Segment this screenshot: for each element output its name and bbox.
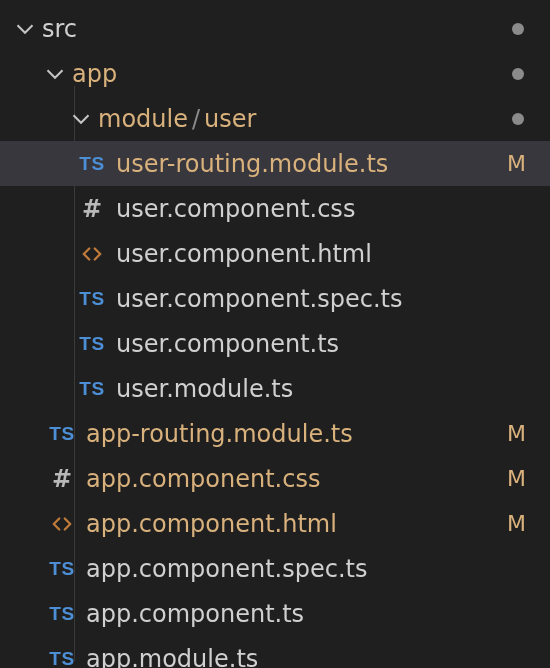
file-label: user.component.spec.ts: [116, 285, 402, 313]
file-user-routing-module-ts[interactable]: TSuser-routing.module.tsM: [0, 141, 550, 186]
html-icon: [46, 513, 78, 535]
folder-label-user: user: [204, 105, 256, 133]
file-user-component-spec-ts[interactable]: TSuser.component.spec.ts: [0, 276, 550, 321]
dirty-dot-icon: [512, 68, 524, 80]
typescript-icon: TS: [76, 288, 108, 310]
file-app-routing-module-ts[interactable]: TSapp-routing.module.tsM: [0, 411, 550, 456]
css-hash-icon: #: [46, 465, 78, 493]
file-app-module-ts[interactable]: TSapp.module.ts: [0, 636, 550, 668]
file-user-component-ts[interactable]: TSuser.component.ts: [0, 321, 550, 366]
file-user-component-html[interactable]: user.component.html: [0, 231, 550, 276]
dirty-dot-icon: [512, 23, 524, 35]
folder-label-module: module: [98, 105, 188, 133]
chevron-down-icon: [70, 108, 92, 130]
git-modified-badge: M: [507, 456, 526, 501]
path-separator: /: [192, 105, 200, 133]
chevron-down-icon: [14, 18, 36, 40]
file-label: app-routing.module.ts: [86, 420, 353, 448]
typescript-icon: TS: [46, 423, 78, 445]
typescript-icon: TS: [76, 333, 108, 355]
typescript-icon: TS: [46, 648, 78, 669]
folder-src[interactable]: src: [0, 6, 550, 51]
folder-label: src: [42, 15, 77, 43]
file-user-module-ts[interactable]: TSuser.module.ts: [0, 366, 550, 411]
file-explorer-tree: src app module / user TSuser-routing.mod…: [0, 0, 550, 668]
typescript-icon: TS: [46, 558, 78, 580]
file-label: app.component.css: [86, 465, 320, 493]
git-modified-badge: M: [507, 141, 526, 186]
file-label: app.component.html: [86, 510, 337, 538]
folder-label: app: [72, 60, 117, 88]
file-app-component-css[interactable]: #app.component.cssM: [0, 456, 550, 501]
typescript-icon: TS: [46, 603, 78, 625]
typescript-icon: TS: [76, 153, 108, 175]
file-label: app.component.spec.ts: [86, 555, 367, 583]
file-app-component-ts[interactable]: TSapp.component.ts: [0, 591, 550, 636]
dirty-dot-icon: [512, 113, 524, 125]
folder-app[interactable]: app: [0, 51, 550, 96]
file-label: user.component.css: [116, 195, 355, 223]
css-hash-icon: #: [76, 195, 108, 223]
chevron-down-icon: [44, 63, 66, 85]
file-label: user.component.ts: [116, 330, 339, 358]
html-icon: [76, 243, 108, 265]
file-label: app.component.ts: [86, 600, 304, 628]
file-label: app.module.ts: [86, 645, 258, 669]
git-modified-badge: M: [507, 411, 526, 456]
folder-module-user[interactable]: module / user: [0, 96, 550, 141]
file-label: user.component.html: [116, 240, 372, 268]
file-label: user-routing.module.ts: [116, 150, 388, 178]
file-app-component-html[interactable]: app.component.htmlM: [0, 501, 550, 546]
file-user-component-css[interactable]: #user.component.css: [0, 186, 550, 231]
typescript-icon: TS: [76, 378, 108, 400]
git-modified-badge: M: [507, 501, 526, 546]
file-label: user.module.ts: [116, 375, 293, 403]
file-app-component-spec-ts[interactable]: TSapp.component.spec.ts: [0, 546, 550, 591]
